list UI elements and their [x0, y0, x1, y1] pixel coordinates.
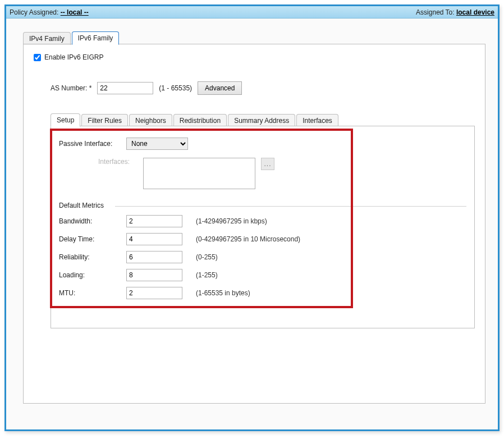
tab-neighbors[interactable]: Neighbors: [129, 114, 172, 127]
default-metrics-rule: [115, 206, 466, 207]
mtu-input[interactable]: [126, 287, 182, 299]
delay-time-label: Delay Time:: [59, 235, 126, 243]
tab-ipv6-family[interactable]: IPv6 Family: [72, 31, 120, 45]
tab-redistribution[interactable]: Redistribution: [173, 114, 227, 127]
tab-filter-rules[interactable]: Filter Rules: [81, 114, 128, 127]
ipv6-family-pane: Enable IPv6 EIGRP AS Number: * (1 - 6553…: [23, 44, 485, 404]
as-number-range: (1 - 65535): [159, 84, 192, 92]
loading-hint: (1-255): [196, 271, 218, 279]
window-frame: Policy Assigned: -- local -- Assigned To…: [4, 4, 500, 431]
loading-input[interactable]: [126, 269, 182, 281]
enable-ipv6-eigrp-checkbox[interactable]: [34, 54, 41, 61]
bandwidth-hint: (1-4294967295 in kbps): [196, 217, 267, 225]
family-tabs: IPv4 Family IPv6 Family: [23, 30, 485, 44]
mtu-hint: (1-65535 in bytes): [196, 289, 250, 297]
bandwidth-label: Bandwidth:: [59, 217, 126, 225]
enable-ipv6-eigrp-label: Enable IPv6 EIGRP: [44, 53, 103, 61]
assigned-to-link[interactable]: local device: [456, 8, 494, 16]
policy-assigned-block: Policy Assigned: -- local --: [10, 8, 89, 16]
tab-summary-address[interactable]: Summary Address: [228, 114, 295, 127]
default-metrics-heading: Default Metrics: [59, 202, 466, 209]
as-number-label: AS Number: *: [51, 84, 91, 92]
delay-time-hint: (0-4294967295 in 10 Microsecond): [196, 235, 300, 243]
bandwidth-input[interactable]: [126, 215, 182, 227]
reliability-label: Reliability:: [59, 253, 126, 261]
passive-interface-select[interactable]: None: [126, 138, 188, 150]
delay-time-input[interactable]: [126, 233, 182, 245]
mtu-label: MTU:: [59, 289, 126, 297]
eigrp-inner-tabs-wrap: Setup Filter Rules Neighbors Redistribut…: [51, 112, 475, 328]
passive-interface-label: Passive Interface:: [59, 140, 126, 148]
interfaces-listbox[interactable]: [143, 158, 255, 189]
reliability-input[interactable]: [126, 251, 182, 263]
default-metrics-label: Default Metrics: [59, 202, 104, 209]
tab-setup[interactable]: Setup: [51, 113, 80, 127]
setup-pane: Passive Interface: None Interfaces: ... …: [51, 126, 475, 328]
eigrp-inner-tabs: Setup Filter Rules Neighbors Redistribut…: [51, 112, 475, 126]
interfaces-label: Interfaces:: [98, 158, 143, 166]
titlebar: Policy Assigned: -- local -- Assigned To…: [6, 6, 498, 19]
policy-assigned-link[interactable]: -- local --: [61, 8, 89, 16]
as-number-input[interactable]: [97, 82, 153, 94]
interfaces-browse-button[interactable]: ...: [261, 158, 274, 170]
policy-assigned-label: Policy Assigned:: [10, 8, 58, 16]
tab-ipv4-family[interactable]: IPv4 Family: [23, 32, 71, 45]
advanced-button[interactable]: Advanced: [198, 81, 242, 95]
content-area: IPv4 Family IPv6 Family Enable IPv6 EIGR…: [6, 19, 498, 429]
reliability-hint: (0-255): [196, 253, 218, 261]
assigned-to-block: Assigned To: local device: [416, 8, 494, 16]
loading-label: Loading:: [59, 271, 126, 279]
tab-interfaces[interactable]: Interfaces: [296, 114, 338, 127]
assigned-to-label: Assigned To:: [416, 8, 455, 16]
